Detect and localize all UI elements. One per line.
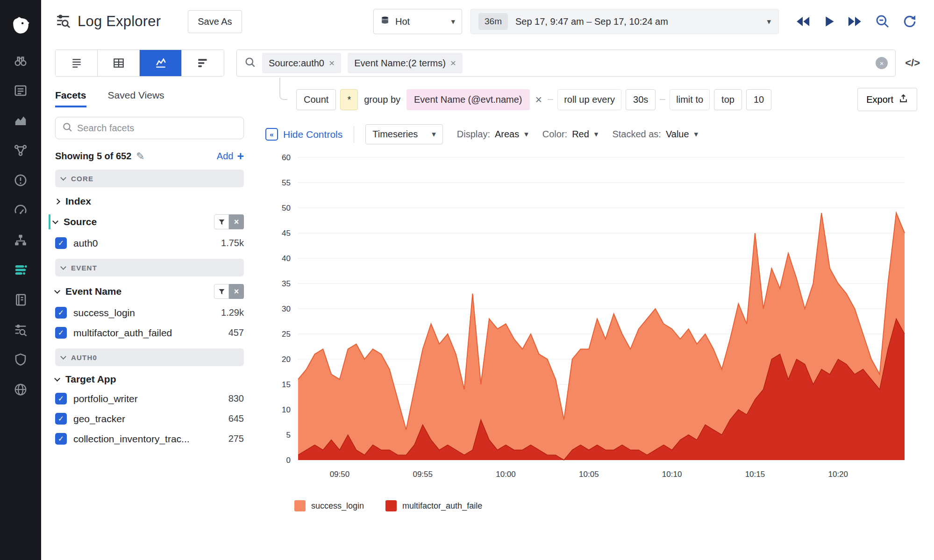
group-by-chip[interactable]: Event Name (@evt.name) <box>406 89 530 110</box>
svg-text:10: 10 <box>282 405 291 414</box>
export-label: Export <box>866 94 893 105</box>
service-map-icon[interactable] <box>13 142 29 158</box>
facet-section-core[interactable]: CORE <box>55 170 244 187</box>
logs-icon-active[interactable] <box>13 262 29 278</box>
color-label: Color: <box>542 129 567 140</box>
facet-value-label[interactable]: collection_inventory_trac... <box>73 433 190 445</box>
legend-item-multifactor[interactable]: multifactor_auth_faile <box>385 500 482 511</box>
collapse-panel-icon: « <box>265 128 278 141</box>
facet-value-label[interactable]: auth0 <box>73 238 98 249</box>
facet-value-count: 1.75k <box>221 238 244 248</box>
log-search-bar[interactable]: Source:auth0 × Event Name:(2 terms) × × <box>236 50 896 77</box>
view-toggle-list[interactable] <box>56 50 98 76</box>
color-select[interactable]: Red ▾ <box>572 129 598 140</box>
chevron-down-icon: ▾ <box>524 129 528 139</box>
zoom-out-button[interactable] <box>872 11 893 32</box>
search-icon <box>244 57 256 70</box>
hide-controls-link[interactable]: « Hide Controls <box>265 128 342 141</box>
chip-remove-icon[interactable]: × <box>450 57 456 69</box>
checkbox-checked[interactable]: ✓ <box>55 413 67 425</box>
facet-group-source[interactable]: Source × <box>49 214 244 229</box>
datadog-logo-icon[interactable] <box>8 14 33 39</box>
measure-param[interactable]: * <box>340 89 358 110</box>
facet-search[interactable] <box>55 117 244 139</box>
clear-search-icon[interactable]: × <box>876 57 888 69</box>
legend-item-success-login[interactable]: success_login <box>294 500 364 511</box>
viz-type-select[interactable]: Timeseries ▾ <box>365 124 443 144</box>
filter-chip-label: Event Name:(2 terms) <box>354 58 446 69</box>
svg-text:10:05: 10:05 <box>579 470 599 479</box>
svg-text:0: 0 <box>286 456 291 465</box>
dashboards-gauge-icon[interactable] <box>13 202 29 218</box>
remove-group-by-icon[interactable]: × <box>534 93 544 106</box>
remove-facet-filter-button[interactable]: × <box>229 284 244 299</box>
edit-pencil-icon[interactable]: ✎ <box>136 150 144 163</box>
metrics-icon[interactable] <box>13 113 29 128</box>
fast-forward-button[interactable] <box>844 11 866 32</box>
view-toggle-timeseries[interactable] <box>140 50 182 76</box>
tab-facets[interactable]: Facets <box>55 90 86 107</box>
tab-saved-views[interactable]: Saved Views <box>108 90 164 107</box>
query-builder-row: Count * group by Event Name (@evt.name) … <box>296 88 917 111</box>
storage-tier-select[interactable]: Hot ▾ <box>373 9 462 34</box>
export-button[interactable]: Export <box>857 88 917 111</box>
facet-value-portfolio-writer: ✓ portfolio_writer 830 <box>55 389 244 409</box>
filter-chip-source[interactable]: Source:auth0 × <box>262 53 341 73</box>
log-search-input[interactable] <box>469 58 869 69</box>
code-view-icon[interactable]: </> <box>905 57 920 69</box>
checkbox-checked[interactable]: ✓ <box>55 327 67 339</box>
facet-group-target-app[interactable]: Target App <box>55 374 244 385</box>
facet-value-geo-tracker: ✓ geo_tracker 645 <box>55 409 244 429</box>
facet-value-label[interactable]: geo_tracker <box>73 413 125 425</box>
facet-group-event-name[interactable]: Event Name × <box>55 284 244 299</box>
time-range-picker[interactable]: 36m Sep 17, 9:47 am – Sep 17, 10:24 am ▾ <box>471 9 779 34</box>
processes-icon[interactable] <box>13 232 29 248</box>
chevron-down-icon: ▾ <box>432 129 436 139</box>
facet-section-event[interactable]: EVENT <box>55 259 244 276</box>
facet-search-input[interactable] <box>77 123 237 134</box>
checkbox-checked[interactable]: ✓ <box>55 433 67 445</box>
remove-facet-filter-button[interactable]: × <box>229 214 244 229</box>
legend-label: multifactor_auth_faile <box>402 501 482 511</box>
facet-summary-row: Showing 5 of 652 ✎ Add + <box>55 149 244 163</box>
timeseries-chart[interactable]: 05101520253035404550556009:5009:5510:001… <box>265 150 910 496</box>
facet-section-label: CORE <box>71 175 93 183</box>
limit-value-select[interactable]: 10 <box>746 89 771 110</box>
limit-mode-select[interactable]: top <box>714 89 742 110</box>
notebooks-icon[interactable] <box>13 292 29 308</box>
facet-value-label[interactable]: portfolio_writer <box>73 393 138 404</box>
svg-text:10:20: 10:20 <box>828 470 848 479</box>
svg-text:40: 40 <box>282 254 291 263</box>
page-title: Log Explorer <box>78 13 161 30</box>
event-list-icon[interactable] <box>13 83 29 99</box>
filter-funnel-button[interactable] <box>214 214 229 229</box>
checkbox-checked[interactable]: ✓ <box>55 307 67 319</box>
chip-remove-icon[interactable]: × <box>329 57 335 69</box>
filter-funnel-button[interactable] <box>214 284 229 299</box>
stacked-select[interactable]: Value ▾ <box>666 129 698 140</box>
synthetics-globe-icon[interactable] <box>13 382 29 397</box>
checkbox-checked[interactable]: ✓ <box>55 393 67 404</box>
filter-chip-event-name[interactable]: Event Name:(2 terms) × <box>348 53 463 73</box>
add-facet-button[interactable]: Add + <box>217 149 244 163</box>
facet-value-label[interactable]: multifactor_auth_failed <box>73 327 172 339</box>
security-shield-icon[interactable] <box>13 352 29 368</box>
checkbox-checked[interactable]: ✓ <box>55 237 67 249</box>
facet-value-label[interactable]: success_login <box>73 307 135 319</box>
binoculars-icon[interactable] <box>13 53 29 69</box>
monitors-icon[interactable] <box>13 172 29 188</box>
log-explorer-nav-icon[interactable] <box>13 322 29 338</box>
facet-group-index[interactable]: Index <box>55 196 244 207</box>
view-toggle-toplist[interactable] <box>182 50 224 76</box>
play-button[interactable] <box>818 11 840 32</box>
playback-controls <box>792 11 866 32</box>
facet-section-auth0[interactable]: AUTH0 <box>55 348 244 366</box>
measure-select[interactable]: Count <box>296 89 336 110</box>
rollup-value-select[interactable]: 30s <box>626 89 656 110</box>
add-facet-label: Add <box>217 151 234 162</box>
refresh-button[interactable] <box>899 11 920 32</box>
view-toggle-table[interactable] <box>98 50 140 76</box>
rewind-button[interactable] <box>792 11 813 32</box>
save-as-button[interactable]: Save As <box>188 10 242 33</box>
display-select[interactable]: Areas ▾ <box>495 129 528 140</box>
